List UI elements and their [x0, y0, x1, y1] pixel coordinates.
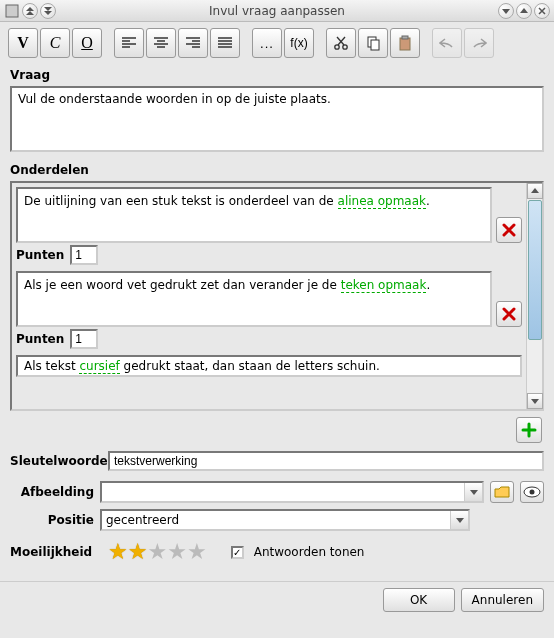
scroll-down-button[interactable]	[527, 393, 543, 409]
onderdeel-text-input[interactable]: De uitlijning van een stuk tekst is onde…	[16, 187, 492, 243]
cut-button[interactable]	[326, 28, 356, 58]
sleutelwoorden-input[interactable]	[108, 451, 544, 471]
ok-button[interactable]: OK	[383, 588, 455, 612]
align-justify-button[interactable]	[210, 28, 240, 58]
onderdeel-text-before: De uitlijning van een stuk tekst is onde…	[24, 194, 338, 208]
preview-image-button[interactable]	[520, 481, 544, 503]
titlebar-rollup-up-button[interactable]	[22, 3, 38, 19]
star-icon[interactable]: ★	[167, 541, 187, 563]
positie-combo[interactable]: gecentreerd	[100, 509, 470, 531]
afbeelding-value	[102, 483, 464, 501]
formula-button[interactable]: f(x)	[284, 28, 314, 58]
onderdeel-text-after: .	[426, 194, 430, 208]
delete-onderdeel-button[interactable]	[496, 217, 522, 243]
punten-input[interactable]	[70, 329, 98, 349]
copy-button[interactable]	[358, 28, 388, 58]
onderdeel-item: Als je een woord vet gedrukt zet dan ver…	[16, 271, 522, 349]
onderdeel-blank: teken opmaak	[341, 278, 427, 293]
dialog-button-row: OK Annuleren	[0, 581, 554, 620]
scroll-up-button[interactable]	[527, 183, 543, 199]
paste-button[interactable]	[390, 28, 420, 58]
punten-input[interactable]	[70, 245, 98, 265]
svg-line-20	[337, 37, 344, 45]
app-icon	[4, 3, 20, 19]
minimize-button[interactable]	[498, 3, 514, 19]
titlebar: Invul vraag aanpassen	[0, 0, 554, 22]
more-button[interactable]: ...	[252, 28, 282, 58]
onderdeel-text-after: .	[426, 278, 430, 292]
onderdeel-text-before: Als je een woord vet gedrukt zet dan ver…	[24, 278, 341, 292]
align-center-button[interactable]	[146, 28, 176, 58]
scroll-thumb[interactable]	[528, 200, 542, 340]
onderdeel-blank: cursief	[79, 359, 119, 374]
onderdeel-text-after: gedrukt staat, dan staan de letters schu…	[120, 359, 380, 373]
add-onderdeel-button[interactable]	[516, 417, 542, 443]
underline-button[interactable]: O	[72, 28, 102, 58]
onderdeel-text-input[interactable]: Als tekst cursief gedrukt staat, dan sta…	[16, 355, 522, 377]
moeilijkheid-label: Moeilijkheid	[10, 545, 102, 559]
browse-image-button[interactable]	[490, 481, 514, 503]
delete-onderdeel-button[interactable]	[496, 301, 522, 327]
onderdelen-panel: De uitlijning van een stuk tekst is onde…	[10, 181, 544, 411]
sleutelwoorden-label: Sleutelwoorden	[10, 454, 102, 468]
afbeelding-label: Afbeelding	[10, 485, 94, 499]
afbeelding-combo[interactable]	[100, 481, 484, 503]
svg-rect-22	[371, 40, 379, 50]
undo-button[interactable]	[432, 28, 462, 58]
difficulty-stars[interactable]: ★ ★ ★ ★ ★	[108, 541, 207, 563]
titlebar-rollup-down-button[interactable]	[40, 3, 56, 19]
align-right-button[interactable]	[178, 28, 208, 58]
positie-value: gecentreerd	[102, 511, 450, 529]
star-icon[interactable]: ★	[108, 541, 128, 563]
svg-rect-24	[402, 36, 408, 39]
vraag-textarea[interactable]: Vul de onderstaande woorden in op de jui…	[10, 86, 544, 152]
format-toolbar: V C O ... f(x)	[0, 22, 554, 66]
redo-button[interactable]	[464, 28, 494, 58]
window-title: Invul vraag aanpassen	[0, 4, 554, 18]
punten-label: Punten	[16, 248, 64, 262]
chevron-down-icon[interactable]	[464, 483, 482, 501]
antwoorden-tonen-checkbox[interactable]: ✓	[231, 546, 244, 559]
positie-label: Positie	[10, 513, 94, 527]
onderdelen-label: Onderdelen	[10, 163, 544, 177]
svg-point-26	[530, 490, 535, 495]
align-left-button[interactable]	[114, 28, 144, 58]
close-button[interactable]	[534, 3, 550, 19]
svg-point-18	[343, 45, 347, 49]
onderdelen-scrollbar[interactable]	[526, 183, 542, 409]
star-icon[interactable]: ★	[147, 541, 167, 563]
italic-button[interactable]: C	[40, 28, 70, 58]
bold-button[interactable]: V	[8, 28, 38, 58]
onderdeel-text-before: Als tekst	[24, 359, 79, 373]
vraag-label: Vraag	[10, 68, 544, 82]
star-icon[interactable]: ★	[128, 541, 148, 563]
onderdeel-text-input[interactable]: Als je een woord vet gedrukt zet dan ver…	[16, 271, 492, 327]
svg-rect-23	[400, 38, 410, 50]
punten-label: Punten	[16, 332, 64, 346]
cancel-button[interactable]: Annuleren	[461, 588, 544, 612]
maximize-button[interactable]	[516, 3, 532, 19]
svg-line-19	[338, 37, 345, 45]
chevron-down-icon[interactable]	[450, 511, 468, 529]
svg-rect-0	[6, 5, 18, 17]
svg-point-17	[335, 45, 339, 49]
onderdeel-item: Als tekst cursief gedrukt staat, dan sta…	[16, 355, 522, 377]
onderdeel-item: De uitlijning van een stuk tekst is onde…	[16, 187, 522, 265]
star-icon[interactable]: ★	[187, 541, 207, 563]
onderdeel-blank: alinea opmaak	[338, 194, 426, 209]
antwoorden-tonen-label: Antwoorden tonen	[254, 545, 365, 559]
